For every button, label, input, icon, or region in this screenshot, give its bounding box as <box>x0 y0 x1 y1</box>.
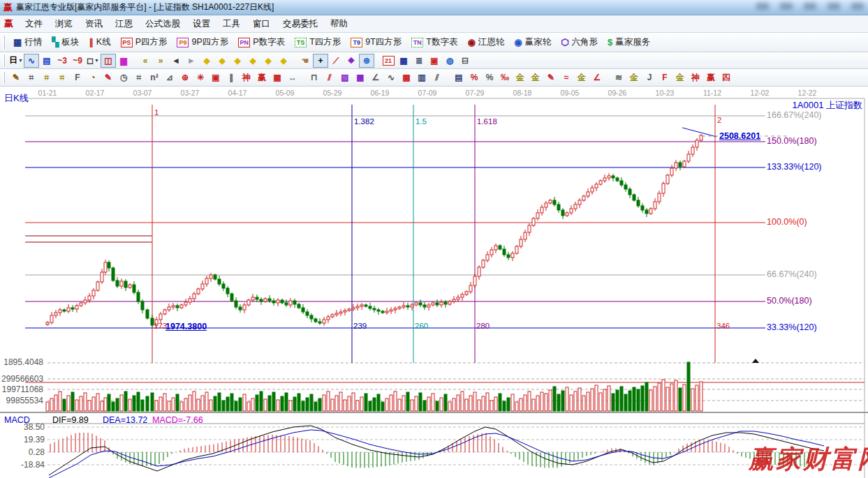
tool-angle-ying-icon[interactable]: 赢 <box>703 70 719 84</box>
crosshair-tool-icon[interactable]: + <box>313 54 328 68</box>
notes-icon[interactable]: ≣ <box>411 54 427 68</box>
winner-wheel-button[interactable]: ◉赢家轮 <box>509 35 556 50</box>
pan-right-icon[interactable]: ◆ <box>214 54 230 68</box>
kline-button[interactable]: ∥K线 <box>84 35 115 50</box>
menu-item-江恩[interactable]: 江恩 <box>109 16 139 32</box>
tool-wave2-icon[interactable]: ≋ <box>611 70 626 84</box>
t-square-button[interactable]: TST四方形 <box>290 35 346 50</box>
mindmap-tool-icon[interactable]: ⊛ <box>359 54 374 68</box>
toolbar-grip[interactable] <box>3 54 5 66</box>
9p-square-button[interactable]: P99P四方形 <box>172 35 233 50</box>
tool-box-fan-icon[interactable]: ▩ <box>353 70 368 84</box>
tool-j-angle-icon[interactable]: ∠ <box>589 70 605 84</box>
chart-area[interactable]: 日K线 1A0001 上证指数 01-2102-1703-0703-2704-1… <box>0 87 868 478</box>
tool-gold-lines-icon[interactable]: 金 <box>528 70 543 84</box>
title-bar[interactable]: 赢 赢家江恩专业版[赢家内部服务平台] - [上证指数 SH1A0001-227… <box>0 0 868 15</box>
tool-parallel-icon[interactable]: ⫽ <box>429 70 445 84</box>
menu-item-文件[interactable]: 文件 <box>19 16 49 32</box>
hexagon-button[interactable]: ⬡六角形 <box>556 35 603 50</box>
tool-gann-pencil-icon[interactable]: ✎ <box>8 70 24 84</box>
calendar-icon[interactable]: 21 <box>381 54 396 68</box>
sectors-button[interactable]: ▚板块 <box>47 35 84 50</box>
tool-ying-comb-icon[interactable]: 赢 <box>254 70 270 84</box>
menu-item-窗口[interactable]: 窗口 <box>247 16 277 32</box>
toolbar-grip[interactable] <box>3 72 5 84</box>
t-table-button[interactable]: TNT数字表 <box>406 35 462 50</box>
print-icon[interactable]: ⊟ <box>457 54 473 68</box>
step-back-icon[interactable]: ◄ <box>168 54 184 68</box>
zoom-out-icon[interactable]: ◆ <box>260 54 276 68</box>
window-button-blur[interactable] <box>827 3 840 10</box>
move-all-icon[interactable]: ◆ <box>276 54 291 68</box>
toolbar-grip[interactable] <box>3 36 5 49</box>
calculator-icon[interactable]: ▦ <box>396 54 411 68</box>
pan-left-icon[interactable]: ◆ <box>199 54 214 68</box>
tool-angle-gold-icon[interactable]: 金 <box>672 70 688 84</box>
tool-angle-mirror-icon[interactable]: ⊿ <box>162 70 177 84</box>
p-table-button[interactable]: PNP数字表 <box>233 35 290 50</box>
indicator-histogram-icon[interactable]: ▆ <box>116 54 131 68</box>
goto-last-icon[interactable]: » <box>153 54 168 68</box>
gann-wheel-button[interactable]: ◉江恩轮 <box>463 35 510 50</box>
tool-percent-line-icon[interactable]: % <box>466 70 482 84</box>
tool-grid-chart-icon[interactable]: ▥ <box>414 70 429 84</box>
tool-angle-shen-icon[interactable]: 神 <box>688 70 703 84</box>
winner-service-button[interactable]: $赢家服务 <box>603 35 655 50</box>
tool-f-comb-icon[interactable]: F <box>70 70 85 84</box>
tool-scale-chart-icon[interactable]: ▤ <box>451 70 466 84</box>
tool-angles-icon[interactable]: ∠ <box>368 70 383 84</box>
tool-ruler-icon[interactable]: ∥ <box>223 70 239 84</box>
menu-item-交易委托[interactable]: 交易委托 <box>277 16 324 32</box>
kline-type-dropdown-icon[interactable]: 日▼ <box>8 54 24 68</box>
info-panel-icon[interactable]: ▤ <box>39 54 54 68</box>
tool-span-arrow-icon[interactable]: ↔ <box>285 70 300 84</box>
menu-item-浏览[interactable]: 浏览 <box>49 16 79 32</box>
tool-percent-icon[interactable]: % <box>482 70 497 84</box>
menu-item-公式选股[interactable]: 公式选股 <box>139 16 186 32</box>
window-button-blur[interactable] <box>851 3 864 10</box>
tool-clock-icon[interactable]: ◷ <box>116 70 131 84</box>
gann-pattern-icon[interactable]: ◫ <box>101 54 116 68</box>
hand-tool-icon[interactable]: ☚ <box>297 54 313 68</box>
menu-item-设置[interactable]: 设置 <box>186 16 216 32</box>
tool-square-spiral-icon[interactable]: ▣ <box>208 70 223 84</box>
menu-item-帮助[interactable]: 帮助 <box>324 16 354 32</box>
candle-type-dropdown-icon[interactable]: ◻▼ <box>85 54 101 68</box>
goto-first-icon[interactable]: « <box>138 54 153 68</box>
zoom-in-icon[interactable]: ◆ <box>245 54 260 68</box>
tool-fan-icon[interactable]: ⫽ <box>322 70 337 84</box>
tool-spiral-icon[interactable]: ◔ <box>85 70 101 84</box>
tool-star-icon[interactable]: ✳ <box>193 70 208 84</box>
tool-circle-cross-icon[interactable]: ⊕ <box>177 70 193 84</box>
tool-grid-red-icon[interactable]: ▦ <box>399 70 414 84</box>
gann-shape-tool-icon[interactable]: ❖ <box>344 54 359 68</box>
wave3-icon[interactable]: ~3 <box>54 54 70 68</box>
tool-angle-f-icon[interactable]: F <box>657 70 672 84</box>
window-controls[interactable] <box>756 3 864 10</box>
tool-gold-hline-icon[interactable]: 金 <box>574 70 589 84</box>
menu-item-工具[interactable]: 工具 <box>216 16 247 32</box>
tool-permille-icon[interactable]: ‰ <box>497 70 513 84</box>
window-button-blur[interactable] <box>756 3 769 10</box>
tool-shen-comb-icon[interactable]: 神 <box>239 70 254 84</box>
export-web-icon[interactable]: ◍ <box>442 54 457 68</box>
wave9-icon[interactable]: ~9 <box>70 54 85 68</box>
zigzag-tool-icon[interactable]: ∿ <box>24 54 39 68</box>
quotes-button[interactable]: ▦行情 <box>8 35 47 50</box>
tool-angle-j-icon[interactable]: J <box>642 70 657 84</box>
trendline-tool-icon[interactable]: ⟋ <box>328 54 344 68</box>
tool-fan-box-icon[interactable]: ▨ <box>337 70 353 84</box>
window-button-blur[interactable] <box>804 3 816 10</box>
9t-square-button[interactable]: T99T四方形 <box>346 35 406 50</box>
tool-n2-icon[interactable]: n² <box>147 70 162 84</box>
tool-comb-icon[interactable]: ⌗ <box>24 70 39 84</box>
tool-angle-si-icon[interactable]: 四 <box>719 70 734 84</box>
tool-tsquare-icon[interactable]: ⊓ <box>307 70 322 84</box>
tool-red-pencil-icon[interactable]: ✎ <box>101 70 116 84</box>
pan-both-icon[interactable]: ◆ <box>230 54 245 68</box>
menu-item-资讯[interactable]: 资讯 <box>79 16 109 32</box>
tool-flag-pencil-icon[interactable]: ✎ <box>543 70 559 84</box>
tool-comb2-icon[interactable]: ⌗ <box>131 70 147 84</box>
tool-gold-comb1-icon[interactable]: ⌗ <box>39 70 54 84</box>
window-button-blur[interactable] <box>780 3 793 10</box>
